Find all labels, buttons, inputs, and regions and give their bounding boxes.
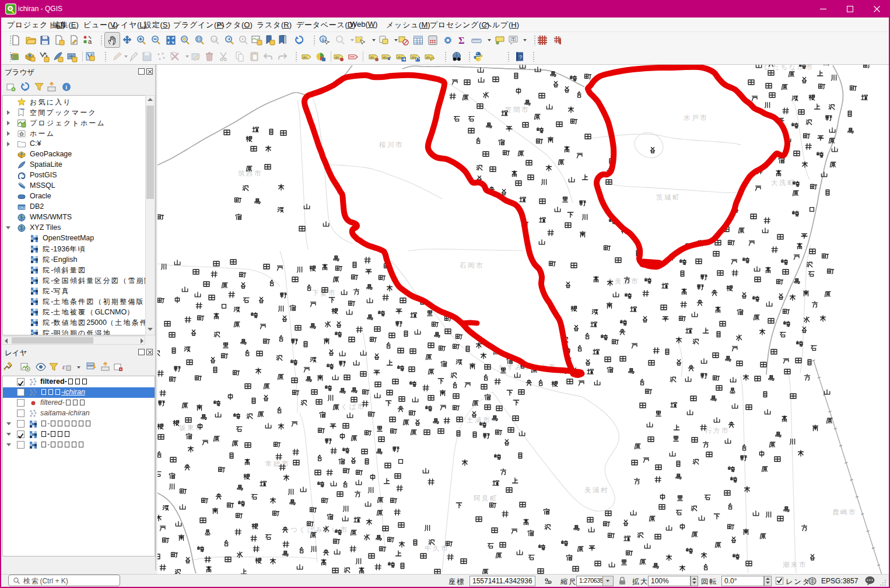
svg-text:石岡市: 石岡市 (459, 262, 484, 269)
svg-text:abc: abc (426, 56, 431, 59)
svg-text:abc: abc (412, 56, 416, 59)
svg-text:筑西市: 筑西市 (238, 170, 262, 177)
svg-text:美浦村: 美浦村 (584, 487, 609, 494)
svg-text:常総市: 常総市 (265, 460, 290, 467)
svg-text:abc: abc (370, 56, 375, 59)
svg-text:a: a (88, 38, 92, 45)
svg-text:1:1: 1:1 (212, 38, 217, 41)
svg-text:i: i (65, 84, 67, 90)
svg-text:ひたちなか市: ひたちなか市 (764, 65, 814, 71)
svg-text:下妻市: 下妻市 (312, 289, 337, 297)
svg-text:潮来市: 潮来市 (783, 561, 807, 568)
svg-text:笠間市: 笠間市 (505, 106, 530, 113)
svg-text:桜川市: 桜川市 (379, 141, 404, 148)
svg-text:牛久市: 牛久市 (424, 545, 449, 552)
svg-text:水戸市: 水戸市 (683, 114, 708, 121)
svg-text:大洗町: 大洗町 (771, 179, 796, 186)
svg-text:?: ? (519, 54, 522, 60)
svg-text:abc: abc (398, 56, 402, 59)
svg-text:阿見町: 阿見町 (474, 495, 498, 502)
svg-text:行方市: 行方市 (705, 427, 730, 434)
svg-text:茨城町: 茨城町 (656, 194, 681, 201)
svg-text:土浦市: 土浦市 (467, 416, 491, 424)
svg-text:Σ: Σ (458, 36, 464, 46)
svg-text:ε: ε (62, 363, 65, 371)
svg-text:abc: abc (335, 56, 340, 59)
svg-text:DB2: DB2 (19, 206, 26, 209)
svg-text:鹿嶋市: 鹿嶋市 (832, 509, 857, 516)
svg-text:abc: abc (303, 56, 308, 59)
svg-text:T: T (512, 37, 514, 41)
